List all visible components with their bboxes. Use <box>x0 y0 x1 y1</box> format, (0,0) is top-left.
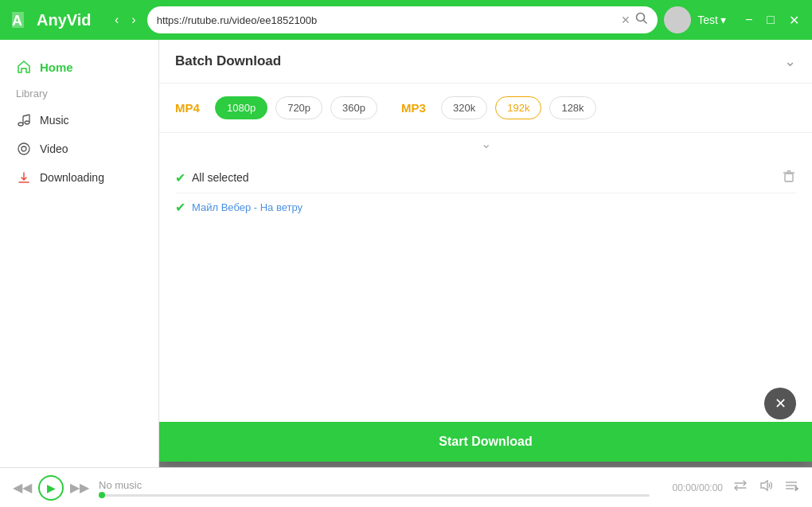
svg-point-9 <box>18 143 29 154</box>
svg-point-10 <box>21 146 26 151</box>
window-controls: − □ ✕ <box>740 11 804 29</box>
app-name: AnyVid <box>37 11 92 29</box>
progress-dot <box>99 492 105 498</box>
close-button[interactable]: ✕ <box>784 11 804 29</box>
mp4-360p-button[interactable]: 360p <box>330 96 377 119</box>
format-row: MP4 1080p 720p 360p MP3 320k 192k 128k <box>175 96 796 119</box>
sidebar-item-video[interactable]: Video <box>0 135 158 163</box>
progress-bar[interactable] <box>99 494 650 497</box>
user-name-area: Test ▾ <box>697 14 726 26</box>
close-fab-button[interactable]: ✕ <box>764 388 796 419</box>
sidebar-item-music[interactable]: Music <box>0 106 158 135</box>
svg-line-8 <box>23 115 29 116</box>
minimize-button[interactable]: − <box>740 11 757 29</box>
player-bar: ◀◀ ▶ ▶▶ No music 00:00/00:00 <box>0 467 812 507</box>
music-label: Music <box>40 114 69 127</box>
modal-collapse-button[interactable]: ⌄ <box>784 53 796 70</box>
logo-area: A AnyVid <box>8 8 103 32</box>
downloading-label: Downloading <box>40 171 104 184</box>
prev-track-button[interactable]: ◀◀ <box>13 480 32 495</box>
sidebar-library-label: Library <box>0 81 158 106</box>
svg-rect-13 <box>785 174 793 181</box>
nav-arrows: ‹ › <box>110 10 141 30</box>
svg-marker-16 <box>761 481 767 490</box>
list-item: ✔ Майл Вебер - На ветру <box>175 193 796 221</box>
repeat-button[interactable] <box>732 478 748 497</box>
modal-title: Batch Download <box>175 53 281 69</box>
all-selected-check-icon: ✔ <box>175 170 185 185</box>
item-title: Майл Вебер - На ветру <box>192 201 303 213</box>
all-selected-text: All selected <box>192 171 249 184</box>
svg-text:A: A <box>12 13 22 29</box>
batch-download-modal: Batch Download ⌄ MP4 1080p 720p 360p MP3 <box>159 40 812 462</box>
user-name: Test <box>697 14 718 26</box>
song-name: No music <box>99 479 650 491</box>
player-right-controls <box>732 478 799 497</box>
format-section: MP4 1080p 720p 360p MP3 320k 192k 128k <box>159 84 812 132</box>
avatar <box>664 6 691 33</box>
logo-icon: A <box>8 8 32 32</box>
collapse-arrow[interactable]: ⌄ <box>159 132 812 154</box>
svg-marker-20 <box>795 486 798 491</box>
url-bar[interactable]: https://rutube.ru/video/ee1852100b ✕ <box>147 6 658 33</box>
music-icon <box>16 112 32 128</box>
play-pause-button[interactable]: ▶ <box>38 475 64 501</box>
mp4-1080p-button[interactable]: 1080p <box>215 96 267 119</box>
mp3-320k-button[interactable]: 320k <box>441 96 487 119</box>
forward-button[interactable]: › <box>127 10 140 30</box>
modal-footer: Start Download <box>159 422 812 462</box>
downloading-icon <box>16 170 32 185</box>
song-info: No music <box>99 479 650 497</box>
volume-button[interactable] <box>758 478 774 497</box>
topbar: A AnyVid ‹ › https://rutube.ru/video/ee1… <box>0 0 812 40</box>
mp4-720p-button[interactable]: 720p <box>275 96 322 119</box>
player-controls: ◀◀ ▶ ▶▶ <box>13 475 89 501</box>
video-icon <box>16 141 32 157</box>
modal-header: Batch Download ⌄ <box>159 40 812 84</box>
sidebar-home-label: Home <box>40 60 73 74</box>
sidebar: Home Library Music Video Downloading <box>0 40 159 467</box>
start-download-button[interactable]: Start Download <box>159 422 812 462</box>
user-dropdown-icon[interactable]: ▾ <box>720 14 726 26</box>
sidebar-item-downloading[interactable]: Downloading <box>0 163 158 192</box>
main-layout: Home Library Music Video Downloading Se <box>0 40 812 467</box>
playlist-button[interactable] <box>783 478 799 497</box>
svg-point-5 <box>25 121 29 124</box>
items-list: ✔ All selected ✔ Майл Вебер - На ветру <box>159 154 812 229</box>
svg-line-3 <box>644 21 647 24</box>
content-area: Search result of http utm_source=list&ut… <box>159 40 812 467</box>
delete-all-icon[interactable] <box>782 169 796 186</box>
all-selected-row: ✔ All selected <box>175 162 796 193</box>
time-display: 00:00/00:00 <box>659 482 723 493</box>
url-text: https://rutube.ru/video/ee1852100b <box>157 14 617 26</box>
sidebar-item-home[interactable]: Home <box>0 53 158 81</box>
mp4-group: MP4 1080p 720p 360p <box>175 96 377 119</box>
video-label: Video <box>40 142 68 155</box>
next-track-button[interactable]: ▶▶ <box>70 480 89 495</box>
svg-point-4 <box>18 123 23 126</box>
mp3-128k-button[interactable]: 128k <box>549 96 595 119</box>
mp3-192k-button[interactable]: 192k <box>495 96 541 119</box>
back-button[interactable]: ‹ <box>110 10 123 30</box>
mp3-label: MP3 <box>401 101 433 115</box>
mp4-label: MP4 <box>175 101 207 115</box>
home-icon <box>16 59 32 75</box>
mp3-group: MP3 320k 192k 128k <box>401 96 596 119</box>
all-selected-left: ✔ All selected <box>175 170 249 185</box>
search-icon[interactable] <box>635 12 648 28</box>
maximize-button[interactable]: □ <box>762 11 779 29</box>
item-check-icon: ✔ <box>175 200 185 215</box>
url-clear-icon[interactable]: ✕ <box>621 14 630 26</box>
